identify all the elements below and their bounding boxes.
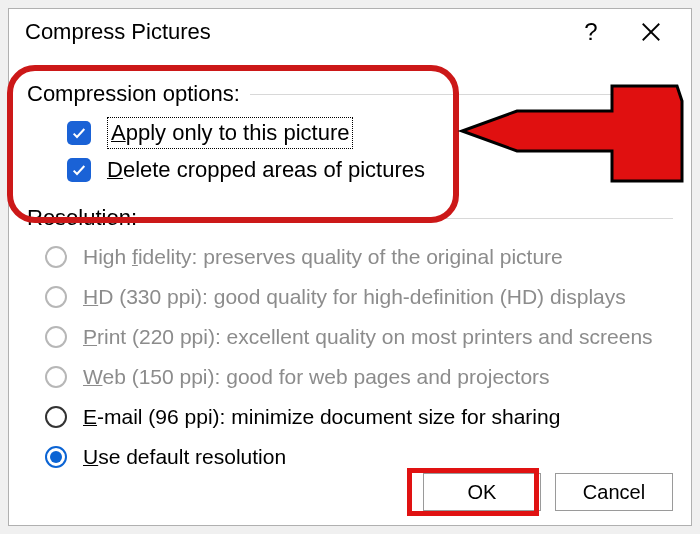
resolution-group: High fidelity: preserves quality of the … bbox=[27, 239, 673, 475]
cancel-button[interactable]: Cancel bbox=[555, 473, 673, 511]
dialog-title: Compress Pictures bbox=[25, 19, 561, 45]
radio-print: Print (220 ppi): excellent quality on mo… bbox=[45, 319, 673, 355]
delete-cropped-option[interactable]: Delete cropped areas of pictures bbox=[67, 157, 673, 183]
print-label: Print (220 ppi): excellent quality on mo… bbox=[83, 319, 653, 355]
hd-label: HD (330 ppi): good quality for high-defi… bbox=[83, 279, 626, 315]
close-button[interactable] bbox=[621, 9, 681, 55]
help-button[interactable]: ? bbox=[561, 9, 621, 55]
high-fidelity-label: High fidelity: preserves quality of the … bbox=[83, 239, 563, 275]
delete-cropped-checkbox[interactable] bbox=[67, 158, 91, 182]
radio-web: Web (150 ppi): good for web pages and pr… bbox=[45, 359, 673, 395]
radio-email[interactable]: E-mail (96 ppi): minimize document size … bbox=[45, 399, 673, 435]
ok-button[interactable]: OK bbox=[423, 473, 541, 511]
check-icon bbox=[71, 125, 87, 141]
check-icon bbox=[71, 162, 87, 178]
compression-options-label: Compression options: bbox=[27, 81, 673, 107]
dialog-content: Compression options: Apply only to this … bbox=[9, 55, 691, 475]
compress-pictures-dialog: Compress Pictures ? Compression options:… bbox=[8, 8, 692, 526]
use-default-label: Use default resolution bbox=[83, 439, 286, 475]
radio-high-fidelity: High fidelity: preserves quality of the … bbox=[45, 239, 673, 275]
radio-icon[interactable] bbox=[45, 406, 67, 428]
close-icon bbox=[640, 21, 662, 43]
radio-icon bbox=[45, 286, 67, 308]
web-label: Web (150 ppi): good for web pages and pr… bbox=[83, 359, 550, 395]
delete-cropped-label: Delete cropped areas of pictures bbox=[107, 157, 425, 183]
apply-only-checkbox[interactable] bbox=[67, 121, 91, 145]
apply-only-option[interactable]: Apply only to this picture bbox=[67, 117, 673, 149]
radio-hd: HD (330 ppi): good quality for high-defi… bbox=[45, 279, 673, 315]
radio-icon bbox=[45, 326, 67, 348]
radio-icon[interactable] bbox=[45, 446, 67, 468]
button-bar: OK Cancel bbox=[423, 473, 673, 511]
email-label: E-mail (96 ppi): minimize document size … bbox=[83, 399, 560, 435]
resolution-label: Resolution: bbox=[27, 205, 673, 231]
titlebar: Compress Pictures ? bbox=[9, 9, 691, 55]
radio-use-default[interactable]: Use default resolution bbox=[45, 439, 673, 475]
radio-icon bbox=[45, 366, 67, 388]
compression-options-group: Apply only to this picture Delete croppe… bbox=[27, 117, 673, 183]
apply-only-label: Apply only to this picture bbox=[107, 117, 353, 149]
radio-icon bbox=[45, 246, 67, 268]
